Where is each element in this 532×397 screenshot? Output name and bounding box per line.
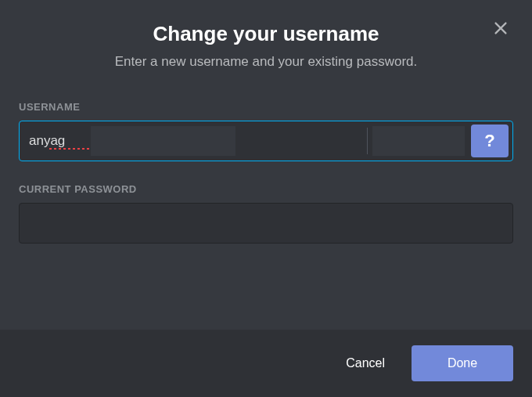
close-icon — [492, 20, 509, 37]
username-input-wrap — [20, 121, 367, 161]
modal-title: Change your username — [16, 22, 516, 46]
modal-subtitle: Enter a new username and your existing p… — [16, 54, 516, 70]
discriminator-wrap[interactable] — [368, 121, 469, 161]
redacted-block — [372, 126, 465, 156]
help-button[interactable]: ? — [471, 125, 509, 157]
password-input[interactable] — [19, 203, 513, 244]
username-field-row: ? — [19, 121, 513, 161]
modal-content: USERNAME ? CURRENT PASSWORD — [0, 78, 532, 330]
question-icon: ? — [484, 131, 494, 151]
username-label: USERNAME — [19, 101, 513, 113]
password-label: CURRENT PASSWORD — [19, 183, 513, 195]
cancel-button[interactable]: Cancel — [332, 347, 399, 380]
modal-header: Change your username Enter a new usernam… — [0, 0, 532, 78]
close-button[interactable] — [490, 17, 512, 39]
modal-footer: Cancel Done — [0, 330, 532, 397]
redacted-block — [91, 126, 235, 156]
done-button[interactable]: Done — [412, 345, 513, 381]
change-username-modal: Change your username Enter a new usernam… — [0, 0, 532, 397]
